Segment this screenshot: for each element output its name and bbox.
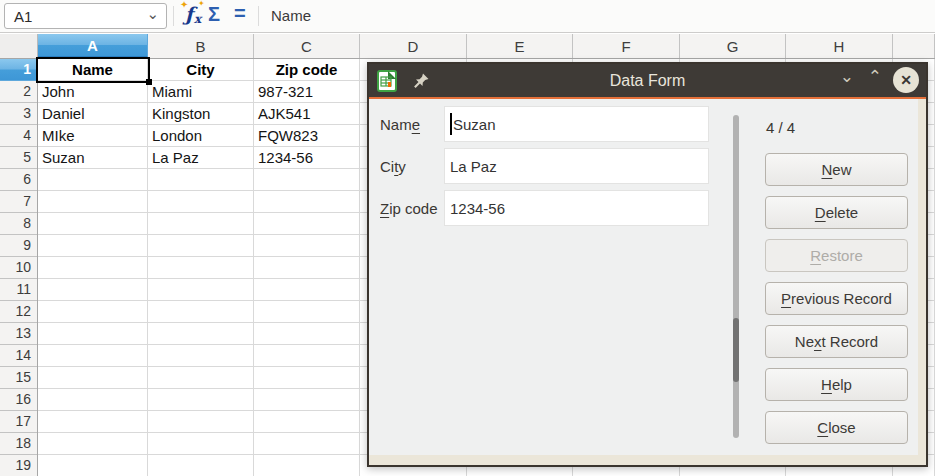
next-record-button[interactable]: Next Record [765,325,908,358]
cell-B10[interactable] [148,257,254,279]
cell-C5[interactable]: 1234-56 [254,147,360,169]
cell-C3[interactable]: AJK541 [254,103,360,125]
row-header-12[interactable]: 12 [0,301,37,323]
cell-A12[interactable] [38,301,148,323]
chevron-up-icon[interactable]: ⌃ [868,66,882,87]
cell-B2[interactable]: Miami [148,81,254,103]
cell-C18[interactable] [254,433,360,455]
cell-B17[interactable] [148,411,254,433]
cell-C9[interactable] [254,235,360,257]
field-input-city[interactable]: La Paz [444,148,709,184]
column-header-C[interactable]: C [254,34,360,58]
cell-A6[interactable] [38,169,148,191]
name-box-input[interactable]: A1 ⌄ [4,3,167,29]
cell-A7[interactable] [38,191,148,213]
function-wizard-icon[interactable]: ✦ ✦ ƒ x [181,3,207,29]
cell-B19[interactable] [148,455,254,476]
column-header-G[interactable]: G [680,34,786,58]
help-button[interactable]: Help [765,368,908,401]
cell-C17[interactable] [254,411,360,433]
previous-record-button[interactable]: Previous Record [765,282,908,315]
cell-C4[interactable]: FQW823 [254,125,360,147]
cell-A9[interactable] [38,235,148,257]
cell-C7[interactable] [254,191,360,213]
cell-B15[interactable] [148,367,254,389]
row-header-1[interactable]: 1 [0,59,37,81]
row-header-6[interactable]: 6 [0,169,37,191]
column-header-E[interactable]: E [467,34,573,58]
titlebar-close-button[interactable]: ✕ [893,67,919,93]
column-header-A[interactable]: A [38,34,148,58]
cell-B4[interactable]: London [148,125,254,147]
cell-C10[interactable] [254,257,360,279]
row-header-18[interactable]: 18 [0,433,37,455]
cell-A18[interactable] [38,433,148,455]
formula-input[interactable]: Name [271,7,311,24]
cell-A10[interactable] [38,257,148,279]
row-header-7[interactable]: 7 [0,191,37,213]
cell-B1[interactable]: City [148,59,254,81]
row-header-5[interactable]: 5 [0,147,37,169]
field-input-name[interactable]: Suzan [444,106,709,142]
row-header-19[interactable]: 19 [0,455,37,476]
cell-B18[interactable] [148,433,254,455]
cell-A15[interactable] [38,367,148,389]
cell-A19[interactable] [38,455,148,476]
row-header-15[interactable]: 15 [0,367,37,389]
cell-A16[interactable] [38,389,148,411]
cell-C19[interactable] [254,455,360,476]
row-header-16[interactable]: 16 [0,389,37,411]
cell-A4[interactable]: MIke [38,125,148,147]
cell-B14[interactable] [148,345,254,367]
column-header-B[interactable]: B [148,34,254,58]
cell-B9[interactable] [148,235,254,257]
cell-B7[interactable] [148,191,254,213]
cell-A3[interactable]: Daniel [38,103,148,125]
cell-B11[interactable] [148,279,254,301]
pin-icon[interactable] [412,72,430,90]
cell-C16[interactable] [254,389,360,411]
row-header-17[interactable]: 17 [0,411,37,433]
column-header-I[interactable] [893,34,935,58]
cell-B3[interactable]: Kingston [148,103,254,125]
cell-B13[interactable] [148,323,254,345]
column-header-F[interactable]: F [573,34,680,58]
cell-C13[interactable] [254,323,360,345]
row-header-11[interactable]: 11 [0,279,37,301]
cell-A17[interactable] [38,411,148,433]
cell-B8[interactable] [148,213,254,235]
sum-icon[interactable]: Σ [208,3,220,26]
dialog-scrollbar-thumb[interactable] [733,318,739,382]
row-header-2[interactable]: 2 [0,81,37,103]
row-header-3[interactable]: 3 [0,103,37,125]
cell-C14[interactable] [254,345,360,367]
cell-C2[interactable]: 987-321 [254,81,360,103]
chevron-down-icon[interactable]: ⌄ [840,66,854,87]
cell-C8[interactable] [254,213,360,235]
cell-A13[interactable] [38,323,148,345]
column-header-H[interactable]: H [786,34,893,58]
cell-C1[interactable]: Zip code [254,59,360,81]
cell-B16[interactable] [148,389,254,411]
row-header-13[interactable]: 13 [0,323,37,345]
row-header-14[interactable]: 14 [0,345,37,367]
cell-B12[interactable] [148,301,254,323]
row-header-9[interactable]: 9 [0,235,37,257]
new-button[interactable]: New [765,153,908,186]
cell-A8[interactable] [38,213,148,235]
cell-B6[interactable] [148,169,254,191]
cell-A5[interactable]: Suzan [38,147,148,169]
cell-C6[interactable] [254,169,360,191]
row-header-4[interactable]: 4 [0,125,37,147]
cell-C15[interactable] [254,367,360,389]
cell-A14[interactable] [38,345,148,367]
row-header-10[interactable]: 10 [0,257,37,279]
close-button[interactable]: Close [765,411,908,444]
cell-C11[interactable] [254,279,360,301]
cell-A2[interactable]: John [38,81,148,103]
cell-A1[interactable]: Name [38,59,148,81]
dialog-titlebar[interactable]: Data Form ⌄ ⌃ ✕ [369,64,926,97]
field-input-zip-code[interactable]: 1234-56 [444,190,709,226]
cell-B5[interactable]: La Paz [148,147,254,169]
select-all-corner[interactable] [0,34,38,58]
